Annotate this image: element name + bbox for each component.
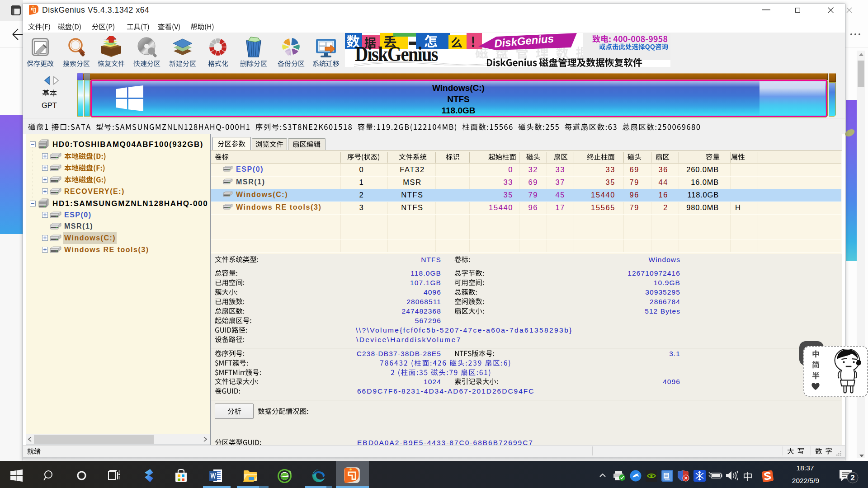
- svg-text:intel: intel: [665, 478, 670, 481]
- svg-text:2: 2: [850, 474, 854, 482]
